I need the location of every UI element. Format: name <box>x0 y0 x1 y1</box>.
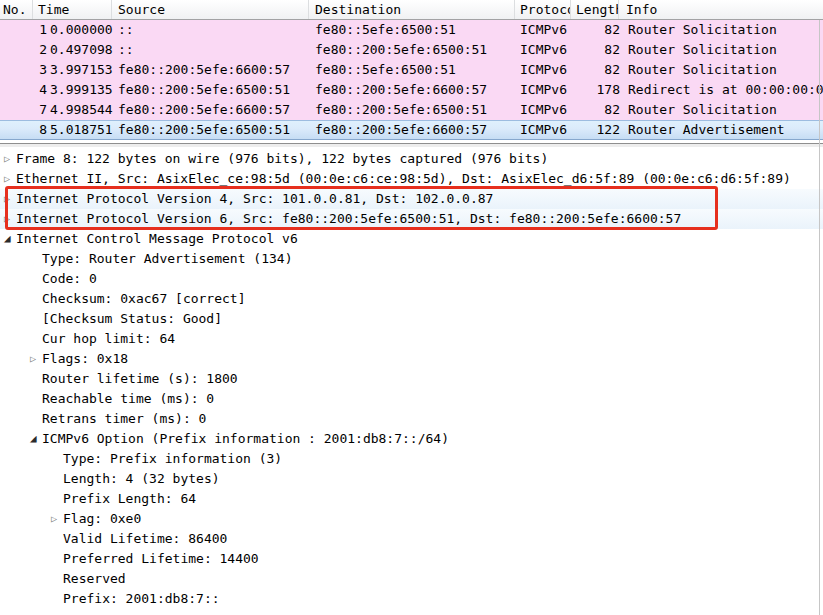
cell-length: 178 <box>573 80 620 100</box>
expand-arrow-icon[interactable]: ▷ <box>4 149 16 169</box>
detail-tree-item[interactable]: ▷Flag: 0xe0 <box>0 509 823 529</box>
detail-tree-label: Type: Router Advertisement (134) <box>42 249 292 269</box>
detail-tree-label: Ethernet II, Src: AsixElec_ce:98:5d (00:… <box>16 169 791 189</box>
packet-row[interactable]: 10.000000::fe80::5efe:6500:51ICMPv682Rou… <box>0 20 823 40</box>
packet-row[interactable]: 85.018751fe80::200:5efe:6500:51fe80::200… <box>0 120 823 140</box>
cell-time: 3.997153 <box>50 60 115 80</box>
detail-tree-item[interactable]: Length: 4 (32 bytes) <box>0 469 823 489</box>
detail-tree-item[interactable]: ◢ICMPv6 Option (Prefix information : 200… <box>0 429 823 449</box>
detail-tree-label: Retrans timer (ms): 0 <box>42 409 206 429</box>
cell-protocol: ICMPv6 <box>517 40 573 60</box>
cell-source: :: <box>115 20 312 40</box>
detail-tree-label: Flag: 0xe0 <box>63 509 141 529</box>
detail-tree-label: Reachable time (ms): 0 <box>42 389 214 409</box>
wireshark-window: No. Time Source Destination Protocol Len… <box>0 0 823 615</box>
detail-tree-item[interactable]: Reserved <box>0 569 823 589</box>
column-header-length[interactable]: Length <box>571 0 619 19</box>
cell-time: 0.000000 <box>50 20 115 40</box>
detail-tree-label: Length: 4 (32 bytes) <box>63 469 220 489</box>
cell-source: fe80::200:5efe:6600:57 <box>115 100 312 120</box>
expand-arrow-icon[interactable]: ▷ <box>4 209 16 229</box>
packet-row[interactable]: 74.998544fe80::200:5efe:6600:57fe80::200… <box>0 100 823 120</box>
pane-splitter[interactable] <box>0 140 823 147</box>
cell-source: fe80::200:5efe:6600:57 <box>115 60 312 80</box>
expand-arrow-icon[interactable]: ▷ <box>4 169 16 189</box>
column-header-source[interactable]: Source <box>112 0 309 19</box>
cell-info: Router Solicitation <box>620 60 823 80</box>
detail-tree-item[interactable]: [Checksum Status: Good] <box>0 309 823 329</box>
cell-destination: fe80::5efe:6500:51 <box>312 60 517 80</box>
cell-info: Router Solicitation <box>620 20 823 40</box>
cell-destination: fe80::5efe:6500:51 <box>312 20 517 40</box>
detail-tree-item[interactable]: ▷Internet Protocol Version 6, Src: fe80:… <box>0 209 823 229</box>
packet-list-header: No. Time Source Destination Protocol Len… <box>0 0 823 20</box>
cell-no: 1 <box>0 20 50 40</box>
cell-length: 82 <box>573 40 620 60</box>
detail-tree-item[interactable]: Preferred Lifetime: 14400 <box>0 549 823 569</box>
packet-row[interactable]: 43.999135fe80::200:5efe:6500:51fe80::200… <box>0 80 823 100</box>
detail-tree-item[interactable]: ▷Frame 8: 122 bytes on wire (976 bits), … <box>0 149 823 169</box>
detail-tree-label: Router lifetime (s): 1800 <box>42 369 238 389</box>
detail-tree-item[interactable]: Prefix Length: 64 <box>0 489 823 509</box>
detail-tree-label: Prefix Length: 64 <box>63 489 196 509</box>
cell-time: 5.018751 <box>50 121 115 139</box>
detail-tree-label: Cur hop limit: 64 <box>42 329 175 349</box>
cell-info: Router Solicitation <box>620 40 823 60</box>
cell-destination: fe80::200:5efe:6600:57 <box>312 121 517 139</box>
column-header-no[interactable]: No. <box>0 0 33 19</box>
detail-tree-item[interactable]: Code: 0 <box>0 269 823 289</box>
cell-destination: fe80::200:5efe:6500:51 <box>312 100 517 120</box>
cell-time: 4.998544 <box>50 100 115 120</box>
cell-length: 82 <box>573 60 620 80</box>
packet-row[interactable]: 20.497098::fe80::200:5efe:6500:51ICMPv68… <box>0 40 823 60</box>
cell-time: 3.999135 <box>50 80 115 100</box>
packet-row[interactable]: 33.997153fe80::200:5efe:6600:57fe80::5ef… <box>0 60 823 80</box>
detail-tree-item[interactable]: Retrans timer (ms): 0 <box>0 409 823 429</box>
detail-tree-item[interactable]: Reachable time (ms): 0 <box>0 389 823 409</box>
cell-protocol: ICMPv6 <box>517 20 573 40</box>
detail-tree-label: Prefix: 2001:db8:7:: <box>63 589 220 609</box>
expand-arrow-icon[interactable]: ▷ <box>51 509 63 529</box>
cell-info: Redirect is at 00:00:00:0 <box>620 80 823 100</box>
collapse-arrow-icon[interactable]: ◢ <box>4 229 16 249</box>
detail-tree-item[interactable]: ▷Flags: 0x18 <box>0 349 823 369</box>
detail-tree-label: Code: 0 <box>42 269 97 289</box>
packet-detail-pane: ▷Frame 8: 122 bytes on wire (976 bits), … <box>0 147 823 615</box>
column-header-destination[interactable]: Destination <box>309 0 515 19</box>
detail-tree-item[interactable]: ◢Internet Control Message Protocol v6 <box>0 229 823 249</box>
detail-tree-label: ICMPv6 Option (Prefix information : 2001… <box>42 429 449 449</box>
cell-destination: fe80::200:5efe:6600:57 <box>312 80 517 100</box>
detail-tree-item[interactable]: Cur hop limit: 64 <box>0 329 823 349</box>
cell-length: 122 <box>573 121 620 139</box>
expand-arrow-icon[interactable]: ▷ <box>4 189 16 209</box>
detail-tree-label: Type: Prefix information (3) <box>63 449 282 469</box>
detail-tree-item[interactable]: Router lifetime (s): 1800 <box>0 369 823 389</box>
detail-tree-label: Flags: 0x18 <box>42 349 128 369</box>
detail-tree-item[interactable]: Checksum: 0xac67 [correct] <box>0 289 823 309</box>
cell-destination: fe80::200:5efe:6500:51 <box>312 40 517 60</box>
cell-protocol: ICMPv6 <box>517 100 573 120</box>
detail-tree-item[interactable]: Type: Prefix information (3) <box>0 449 823 469</box>
cell-source: :: <box>115 40 312 60</box>
cell-protocol: ICMPv6 <box>517 80 573 100</box>
cell-info: Router Solicitation <box>620 100 823 120</box>
cell-source: fe80::200:5efe:6500:51 <box>115 121 312 139</box>
collapse-arrow-icon[interactable]: ◢ <box>30 429 42 449</box>
cell-no: 3 <box>0 60 50 80</box>
detail-tree-label: Internet Protocol Version 6, Src: fe80::… <box>16 209 681 229</box>
cell-no: 4 <box>0 80 50 100</box>
column-header-time[interactable]: Time <box>33 0 112 19</box>
detail-tree-item[interactable]: Type: Router Advertisement (134) <box>0 249 823 269</box>
cell-no: 2 <box>0 40 50 60</box>
column-header-info[interactable]: Info <box>619 0 823 19</box>
column-header-protocol[interactable]: Protocol <box>515 0 571 19</box>
expand-arrow-icon[interactable]: ▷ <box>30 349 42 369</box>
cell-length: 82 <box>573 20 620 40</box>
packet-list-body: 10.000000::fe80::5efe:6500:51ICMPv682Rou… <box>0 20 823 140</box>
detail-tree-item[interactable]: ▷Ethernet II, Src: AsixElec_ce:98:5d (00… <box>0 169 823 189</box>
detail-tree-item[interactable]: Valid Lifetime: 86400 <box>0 529 823 549</box>
cell-protocol: ICMPv6 <box>517 121 573 139</box>
detail-tree-label: Internet Protocol Version 4, Src: 101.0.… <box>16 189 493 209</box>
detail-tree-item[interactable]: ▷Internet Protocol Version 4, Src: 101.0… <box>0 189 823 209</box>
detail-tree-item[interactable]: Prefix: 2001:db8:7:: <box>0 589 823 609</box>
